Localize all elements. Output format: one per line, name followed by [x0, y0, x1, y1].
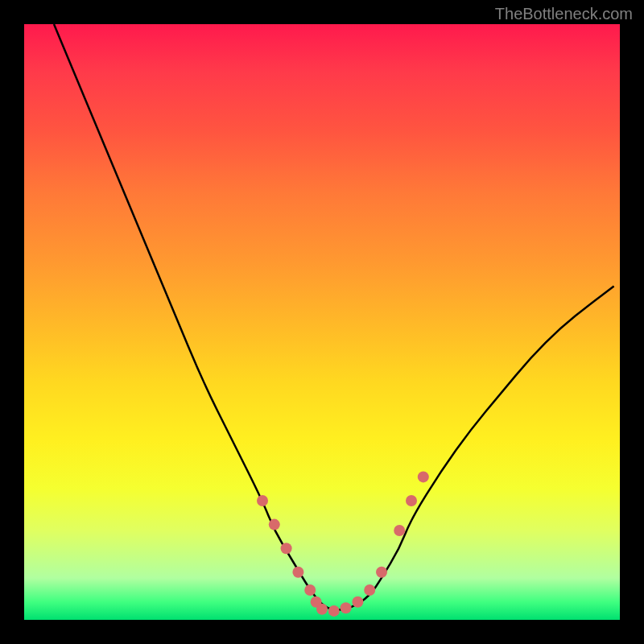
data-marker [316, 604, 328, 615]
chart-plot-area [24, 24, 620, 620]
data-marker [352, 597, 363, 608]
data-marker [341, 602, 352, 613]
chart-svg [24, 24, 620, 620]
data-marker [257, 495, 268, 506]
data-marker [269, 519, 280, 530]
data-marker [292, 567, 303, 578]
data-marker [304, 584, 316, 596]
data-marker [328, 605, 340, 617]
bottleneck-curve [54, 24, 614, 610]
data-marker [364, 584, 375, 596]
data-marker [281, 543, 292, 554]
watermark-text: TheBottleneck.com [495, 5, 633, 23]
data-marker [376, 567, 387, 578]
data-marker [418, 471, 429, 482]
data-marker [406, 495, 417, 506]
data-marker [394, 525, 405, 536]
